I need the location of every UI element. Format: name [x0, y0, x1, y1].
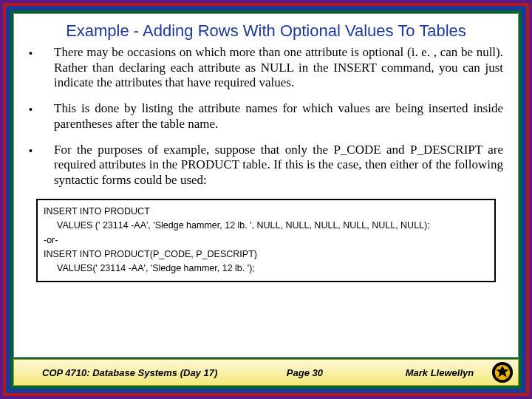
code-line: INSERT INTO PRODUCT(P_CODE, P_DESCRIPT) — [44, 248, 488, 262]
slide-title: Example - Adding Rows With Optional Valu… — [14, 14, 518, 45]
footer-author: Mark Llewellyn — [369, 367, 511, 378]
footer-page: Page 30 — [241, 367, 369, 378]
bullet-text: There may be occasions on which more tha… — [54, 45, 503, 91]
slide-footer: COP 4710: Database Systems (Day 17) Page… — [13, 359, 519, 386]
code-line: INSERT INTO PRODUCT — [44, 205, 488, 219]
bullet-item: • There may be occasions on which more t… — [29, 45, 503, 91]
code-line: VALUES (' 23114 -AA', 'Sledge hammer, 12… — [44, 219, 488, 233]
code-line: VALUES(' 23114 -AA', 'Sledge hammer, 12 … — [44, 262, 488, 276]
bullet-marker: • — [29, 101, 54, 132]
bullet-text: For the purposes of example, suppose tha… — [54, 143, 503, 188]
slide-border-outer: Example - Adding Rows With Optional Valu… — [0, 0, 532, 399]
code-line: -or- — [44, 233, 488, 248]
bullet-marker: • — [29, 143, 54, 188]
slide-border-mid: Example - Adding Rows With Optional Valu… — [3, 3, 529, 396]
bullet-item: • This is done by listing the attribute … — [29, 101, 503, 132]
bullet-item: • For the purposes of example, suppose t… — [29, 143, 503, 188]
slide-content: • There may be occasions on which more t… — [14, 45, 518, 357]
slide-panel: Example - Adding Rows With Optional Valu… — [13, 13, 519, 358]
ucf-logo-icon — [491, 361, 514, 383]
footer-course: COP 4710: Database Systems (Day 17) — [42, 367, 241, 378]
slide-border-inner: Example - Adding Rows With Optional Valu… — [6, 6, 526, 393]
sql-code-box: INSERT INTO PRODUCT VALUES (' 23114 -AA'… — [36, 199, 496, 282]
bullet-text: This is done by listing the attribute na… — [54, 101, 503, 132]
bullet-marker: • — [29, 45, 54, 91]
